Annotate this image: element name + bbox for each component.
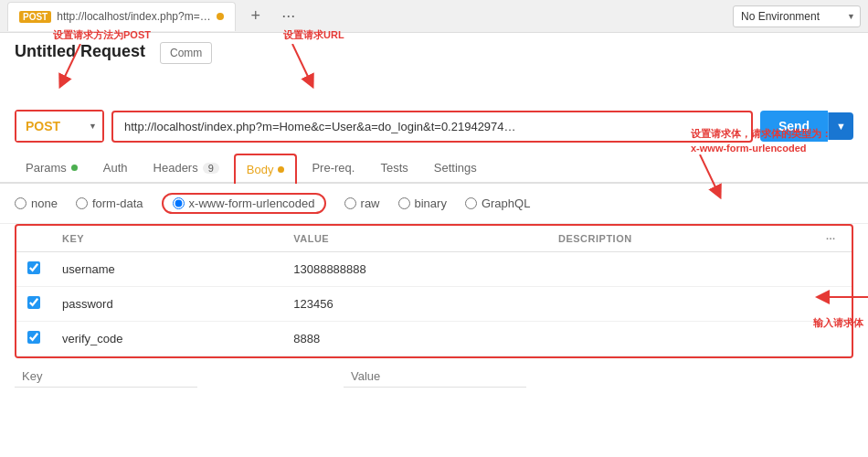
body-type-bar: none form-data x-www-form-urlencoded raw… [0,184,868,224]
row-desc [547,287,815,322]
new-key-input[interactable] [15,366,197,388]
new-value-input[interactable] [344,366,526,388]
col-key-header: KEY [51,226,282,252]
body-type-raw[interactable]: raw [344,197,380,210]
table-section: KEY VALUE DESCRIPTION ··· username 13088… [0,224,868,358]
tab-method-badge: POST [19,11,51,23]
row-key: username [51,252,282,287]
method-select-wrapper[interactable]: POST GET PUT DELETE PATCH [15,110,104,143]
req-tabs: Params Auth Headers 9 Body Pre-req. Test… [0,154,868,184]
row-checkbox[interactable] [27,296,40,309]
body-type-none[interactable]: none [15,197,58,210]
env-dropdown[interactable]: No Environment [733,5,861,27]
tab-body[interactable]: Body [234,154,298,184]
col-value-header: VALUE [282,226,547,252]
tab-auth[interactable]: Auth [92,154,139,184]
request-title: Untitled Request [15,42,145,61]
active-tab[interactable]: POST http://localhost/index.php?m=… [7,2,236,31]
table-row: username 13088888888 [16,252,852,287]
col-checkbox [16,226,51,252]
row-key: password [51,287,282,322]
row-value: 8888 [282,322,547,356]
body-type-graphql[interactable]: GraphQL [465,197,530,210]
col-actions-header: ··· [815,226,852,252]
table-row: verify_code 8888 [16,322,852,356]
tab-bar: POST http://localhost/index.php?m=… + ··… [0,0,868,33]
tab-headers[interactable]: Headers 9 [143,154,230,184]
send-button[interactable]: Send [760,111,828,142]
row-actions [815,252,852,287]
main-content: Untitled Request Comm 设置请求方法为POST 设置请求UR… [0,33,868,457]
send-dropdown-button[interactable]: ▼ [828,112,853,140]
row-checkbox[interactable] [27,331,40,344]
body-type-binary[interactable]: binary [398,197,447,210]
url-input[interactable] [111,111,753,143]
row-checkbox-cell[interactable] [16,287,51,322]
body-dot [278,166,284,173]
more-tabs-button[interactable]: ··· [276,4,302,29]
params-dot [71,165,78,171]
row-actions [815,287,852,322]
tab-params[interactable]: Params [15,154,89,184]
url-bar: POST GET PUT DELETE PATCH Send ▼ [0,110,868,143]
tab-tests[interactable]: Tests [369,154,418,184]
tabs-container: Params Auth Headers 9 Body Pre-req. Test… [0,154,868,184]
row-desc [547,252,815,287]
env-dropdown-wrapper[interactable]: No Environment [733,5,861,27]
row-checkbox-cell[interactable] [16,252,51,287]
body-type-formdata[interactable]: form-data [76,197,143,210]
tab-actions: + ··· [243,4,302,29]
svg-line-1 [292,44,311,82]
comment-button[interactable]: Comm [160,42,212,64]
tab-settings[interactable]: Settings [423,154,488,184]
send-button-wrapper: Send ▼ [760,111,853,142]
tab-prereq[interactable]: Pre-req. [301,154,365,184]
method-select[interactable]: POST GET PUT DELETE PATCH [16,112,102,141]
env-selector: No Environment [733,5,861,27]
tab-url-short: http://localhost/index.php?m=… [57,10,210,23]
table-row: password 123456 [16,287,852,322]
row-desc [547,322,815,356]
annotation-url: 设置请求URL [283,27,356,90]
tab-unsaved-dot [217,13,224,20]
body-type-urlencoded[interactable]: x-www-form-urlencoded [162,193,326,214]
row-value: 123456 [282,287,547,322]
add-tab-button[interactable]: + [243,4,269,29]
row-value: 13088888888 [282,252,547,287]
row-checkbox[interactable] [27,261,40,274]
row-key: verify_code [51,322,282,356]
params-table: KEY VALUE DESCRIPTION ··· username 13088… [16,226,852,356]
row-checkbox-cell[interactable] [16,322,51,356]
row-actions [815,322,852,356]
col-desc-header: DESCRIPTION [547,226,815,252]
headers-count-badge: 9 [203,163,219,174]
new-row [0,358,868,395]
params-table-wrapper: KEY VALUE DESCRIPTION ··· username 13088… [15,224,853,358]
